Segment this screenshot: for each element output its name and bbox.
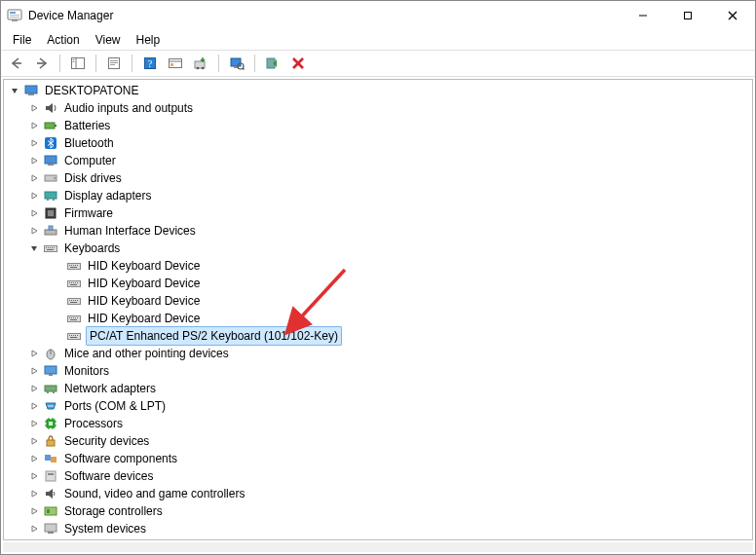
tree-category-keyboards[interactable]: Keyboards — [4, 240, 752, 257]
svg-rect-64 — [68, 281, 81, 287]
tree-category-computer[interactable]: Computer — [4, 152, 752, 169]
svg-rect-51 — [46, 247, 47, 248]
close-button[interactable] — [710, 1, 755, 30]
tree-category-batteries[interactable]: Batteries — [4, 117, 752, 134]
expand-icon[interactable] — [27, 417, 41, 430]
tree-category-firmware[interactable]: Firmware — [4, 204, 752, 222]
minimize-button[interactable] — [621, 1, 665, 30]
delete-icon — [290, 56, 306, 71]
tree-label: Monitors — [62, 362, 111, 380]
tree-category-processors[interactable]: Processors — [4, 415, 752, 432]
expand-icon[interactable] — [27, 487, 41, 500]
tree-device-hid-keyboard[interactable]: HID Keyboard Device — [4, 292, 752, 310]
tree-root[interactable]: DESKTOPATONE — [4, 82, 752, 99]
tree-category-software-components[interactable]: Software components — [4, 450, 752, 467]
svg-rect-84 — [70, 319, 77, 320]
properties-button[interactable] — [102, 53, 126, 74]
scan-hardware-button[interactable] — [225, 53, 248, 74]
uninstall-device-button[interactable] — [286, 53, 310, 74]
svg-rect-117 — [45, 507, 57, 515]
tree-category-sound[interactable]: Sound, video and game controllers — [4, 485, 752, 502]
window-title: Device Manager — [28, 9, 113, 22]
collapse-icon[interactable] — [8, 84, 21, 97]
security-icon — [43, 433, 58, 449]
menu-file[interactable]: File — [5, 31, 39, 49]
expand-icon[interactable] — [27, 399, 41, 413]
expand-icon[interactable] — [27, 171, 41, 185]
tree-category-security[interactable]: Security devices — [4, 432, 752, 450]
svg-rect-91 — [70, 337, 77, 338]
tree-label: Network adapters — [62, 380, 158, 397]
expand-icon[interactable] — [27, 382, 41, 395]
expand-icon[interactable] — [27, 101, 41, 115]
tree-category-bluetooth[interactable]: Bluetooth — [4, 134, 752, 152]
menu-view[interactable]: View — [88, 31, 129, 49]
tree-category-network[interactable]: Network adapters — [4, 380, 752, 397]
tree-label: Security devices — [62, 432, 151, 450]
svg-rect-1 — [10, 12, 16, 14]
tree-category-ports[interactable]: Ports (COM & LPT) — [4, 397, 752, 415]
collapse-icon[interactable] — [27, 241, 41, 255]
system-device-icon — [43, 521, 58, 536]
tree-label: HID Keyboard Device — [86, 310, 202, 327]
svg-rect-54 — [52, 247, 53, 248]
update-driver-button[interactable] — [189, 53, 212, 74]
expand-icon[interactable] — [27, 224, 41, 238]
expand-icon[interactable] — [27, 469, 41, 483]
expand-icon[interactable] — [27, 504, 41, 518]
tree-category-system[interactable]: System devices — [4, 520, 752, 537]
expand-icon[interactable] — [27, 522, 41, 536]
tree-device-ps2-keyboard[interactable]: PC/AT Enhanced PS/2 Keyboard (101/102-Ke… — [4, 327, 752, 345]
forward-button[interactable] — [30, 53, 54, 74]
tree-label: System devices — [62, 520, 148, 537]
back-button[interactable] — [5, 53, 28, 74]
maximize-button[interactable] — [665, 1, 710, 30]
svg-rect-4 — [12, 19, 18, 21]
toolbar-button-5[interactable] — [164, 53, 187, 74]
tree-label: Firmware — [62, 204, 115, 222]
expand-icon[interactable] — [27, 189, 41, 203]
svg-rect-119 — [45, 524, 57, 532]
svg-rect-52 — [48, 247, 49, 248]
tree-label: Display adapters — [62, 187, 153, 204]
svg-rect-37 — [55, 125, 57, 127]
console-tree-icon — [70, 56, 86, 71]
svg-rect-87 — [71, 335, 72, 336]
svg-rect-88 — [73, 335, 74, 336]
svg-rect-73 — [71, 300, 72, 301]
expand-icon[interactable] — [27, 154, 41, 167]
keyboard-icon — [66, 276, 82, 291]
tree-device-hid-keyboard[interactable]: HID Keyboard Device — [4, 310, 752, 327]
menu-action[interactable]: Action — [39, 31, 87, 49]
expand-icon[interactable] — [27, 119, 41, 132]
tree-device-hid-keyboard[interactable]: HID Keyboard Device — [4, 257, 752, 275]
keyboard-icon — [66, 258, 82, 274]
enable-device-button[interactable] — [261, 53, 284, 74]
expand-icon[interactable] — [27, 347, 41, 360]
show-hide-console-button[interactable] — [66, 53, 90, 74]
storage-controller-icon — [43, 503, 58, 519]
device-tree[interactable]: DESKTOPATONE Audio inputs and outputs Ba… — [4, 80, 752, 539]
svg-point-42 — [54, 177, 56, 179]
expand-icon[interactable] — [27, 136, 41, 150]
tree-label: HID Keyboard Device — [86, 275, 202, 292]
menu-help[interactable]: Help — [129, 31, 169, 49]
svg-rect-6 — [685, 13, 692, 19]
properties-icon — [106, 56, 122, 71]
tree-device-hid-keyboard[interactable]: HID Keyboard Device — [4, 275, 752, 292]
tree-category-storage[interactable]: Storage controllers — [4, 502, 752, 520]
tree-category-mice[interactable]: Mice and other pointing devices — [4, 345, 752, 362]
expand-icon[interactable] — [27, 364, 41, 378]
expand-icon[interactable] — [27, 434, 41, 448]
tree-category-audio[interactable]: Audio inputs and outputs — [4, 99, 752, 117]
svg-line-30 — [243, 68, 245, 70]
tree-category-display[interactable]: Display adapters — [4, 187, 752, 204]
help-button[interactable]: ? — [138, 53, 162, 74]
tree-category-monitors[interactable]: Monitors — [4, 362, 752, 380]
tree-category-hid[interactable]: Human Interface Devices — [4, 222, 752, 240]
expand-icon[interactable] — [27, 452, 41, 465]
tree-category-software-devices[interactable]: Software devices — [4, 467, 752, 485]
tree-category-diskdrives[interactable]: Disk drives — [4, 169, 752, 187]
tree-label: Mice and other pointing devices — [62, 345, 231, 362]
expand-icon[interactable] — [27, 206, 41, 220]
